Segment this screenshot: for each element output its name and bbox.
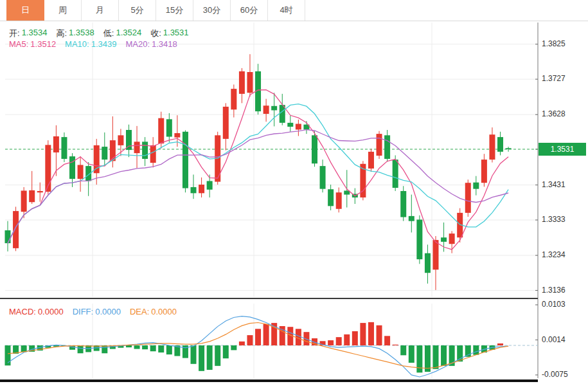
candle[interactable] bbox=[247, 54, 253, 96]
candle[interactable] bbox=[255, 64, 261, 114]
close-label: 收: bbox=[150, 28, 161, 39]
candle[interactable] bbox=[473, 176, 479, 196]
macd-bar[interactable] bbox=[416, 345, 422, 372]
macd-bar[interactable] bbox=[199, 345, 204, 371]
candle-body bbox=[497, 137, 503, 152]
macd-bar[interactable] bbox=[409, 345, 414, 363]
candle-body bbox=[53, 136, 59, 152]
macd-bar[interactable] bbox=[134, 345, 140, 349]
candle-body bbox=[150, 145, 156, 163]
candle[interactable] bbox=[409, 195, 414, 233]
candle[interactable] bbox=[13, 206, 19, 251]
candle[interactable] bbox=[53, 125, 59, 176]
macd-bar[interactable] bbox=[377, 325, 382, 345]
candle[interactable] bbox=[336, 187, 342, 212]
candle-body bbox=[134, 142, 140, 153]
candle[interactable] bbox=[481, 154, 487, 187]
macd-bar[interactable] bbox=[352, 331, 358, 345]
candle[interactable] bbox=[191, 174, 197, 199]
macd-bar[interactable] bbox=[384, 336, 390, 345]
dea-label: DEA: bbox=[130, 307, 149, 316]
price-tick-label: 1.3431 bbox=[542, 180, 566, 189]
macd-bar[interactable] bbox=[368, 322, 374, 345]
candle[interactable] bbox=[126, 125, 132, 158]
candle[interactable] bbox=[271, 93, 277, 126]
macd-bar[interactable] bbox=[239, 342, 245, 345]
candle-body bbox=[263, 105, 269, 114]
candle[interactable] bbox=[263, 99, 269, 122]
macd-bar[interactable] bbox=[393, 345, 398, 345]
macd-bar[interactable] bbox=[255, 329, 261, 345]
macd-bar[interactable] bbox=[344, 334, 350, 345]
macd-bar[interactable] bbox=[497, 343, 503, 345]
candle[interactable] bbox=[506, 147, 512, 152]
macd-bar[interactable] bbox=[441, 345, 447, 366]
candle[interactable] bbox=[85, 162, 91, 196]
candle[interactable] bbox=[78, 156, 84, 192]
macd-bar[interactable] bbox=[150, 345, 156, 351]
macd-bar[interactable] bbox=[400, 345, 406, 355]
candle[interactable] bbox=[328, 185, 334, 210]
candle-body bbox=[69, 156, 75, 179]
candle[interactable] bbox=[5, 221, 11, 251]
macd-bar[interactable] bbox=[158, 345, 164, 352]
candle[interactable] bbox=[296, 120, 301, 136]
macd-bar[interactable] bbox=[336, 337, 342, 345]
candle[interactable] bbox=[183, 131, 188, 193]
candle[interactable] bbox=[416, 215, 422, 264]
candle[interactable] bbox=[287, 116, 293, 132]
macd-bar[interactable] bbox=[247, 335, 253, 345]
candle-body bbox=[320, 166, 326, 189]
macd-bar[interactable] bbox=[215, 345, 220, 366]
macd-tick-label: 0.0103 bbox=[542, 300, 566, 309]
macd-bar[interactable] bbox=[207, 345, 213, 370]
macd-bar[interactable] bbox=[78, 345, 84, 353]
candle[interactable] bbox=[432, 236, 438, 290]
candle[interactable] bbox=[425, 244, 431, 284]
macd-bar[interactable] bbox=[102, 345, 107, 353]
ma5-label: MA5: bbox=[9, 39, 28, 49]
candle[interactable] bbox=[29, 171, 35, 204]
macd-bar[interactable] bbox=[360, 323, 366, 345]
candle[interactable] bbox=[393, 155, 398, 191]
candle[interactable] bbox=[489, 127, 495, 162]
macd-bar[interactable] bbox=[432, 345, 438, 369]
candle[interactable] bbox=[223, 103, 229, 150]
macd-bar[interactable] bbox=[223, 345, 229, 358]
candle[interactable] bbox=[61, 133, 67, 162]
ma10-value: 1.3439 bbox=[91, 39, 117, 49]
candle[interactable] bbox=[360, 161, 366, 200]
price-tick-label: 1.3825 bbox=[542, 39, 566, 48]
candle[interactable] bbox=[320, 160, 326, 192]
macd-bar[interactable] bbox=[142, 345, 148, 349]
candle[interactable] bbox=[142, 137, 148, 166]
candle[interactable] bbox=[199, 178, 204, 197]
macd-bar[interactable] bbox=[328, 340, 334, 345]
candle-body bbox=[174, 133, 180, 138]
chart-canvas[interactable]: 1.38251.37271.36281.34311.33331.32341.31… bbox=[0, 0, 588, 384]
macd-bar[interactable] bbox=[126, 345, 132, 347]
ma-legend: MA5:1.3512 MA10:1.3439 MA20:1.3418 bbox=[9, 39, 177, 49]
candle-body bbox=[368, 152, 374, 169]
candle[interactable] bbox=[384, 130, 390, 161]
candle[interactable] bbox=[37, 183, 43, 202]
chart-app: 日周月5分15分30分60分4时 1.38251.37271.36281.343… bbox=[0, 0, 588, 384]
macd-bar[interactable] bbox=[231, 345, 236, 350]
macd-bar[interactable] bbox=[473, 345, 479, 355]
candle[interactable] bbox=[102, 133, 107, 166]
ma20-line bbox=[8, 130, 508, 244]
candle[interactable] bbox=[134, 126, 140, 169]
macd-bar[interactable] bbox=[263, 324, 269, 345]
candle[interactable] bbox=[400, 186, 406, 221]
candle[interactable] bbox=[368, 149, 374, 172]
candle[interactable] bbox=[239, 68, 245, 103]
candle[interactable] bbox=[497, 132, 503, 156]
candle[interactable] bbox=[231, 84, 236, 117]
macd-bar[interactable] bbox=[166, 345, 172, 354]
candle-body bbox=[5, 230, 11, 243]
candle[interactable] bbox=[377, 131, 382, 159]
diff-label: DIFF: bbox=[73, 307, 94, 316]
candle[interactable] bbox=[465, 179, 471, 217]
macd-bar[interactable] bbox=[191, 345, 197, 364]
candle[interactable] bbox=[166, 113, 172, 143]
